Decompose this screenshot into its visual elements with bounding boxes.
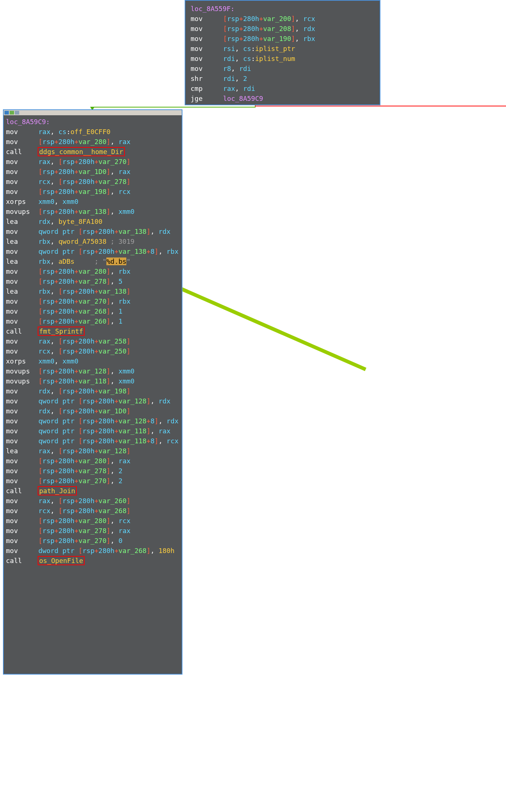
disasm-node-top[interactable]: loc_8A559F:mov[rsp+280h+var_200], rcxmov… [185,0,380,105]
disasm-code-top: loc_8A559F:mov[rsp+280h+var_200], rcxmov… [188,2,377,105]
titlebar-icon-1[interactable] [4,111,9,115]
disasm-node-main[interactable]: loc_8A59C9:movrax, cs:off_E0CFF0mov[rsp+… [3,109,182,675]
titlebar-icon-2[interactable] [10,111,14,115]
node-titlebar[interactable] [4,110,182,115]
titlebar-icon-3[interactable] [15,111,19,115]
disasm-code-main: loc_8A59C9:movrax, cs:off_E0CFF0mov[rsp+… [4,115,182,567]
graph-edge-green [92,107,256,108]
graph-edge-red [255,106,506,106]
